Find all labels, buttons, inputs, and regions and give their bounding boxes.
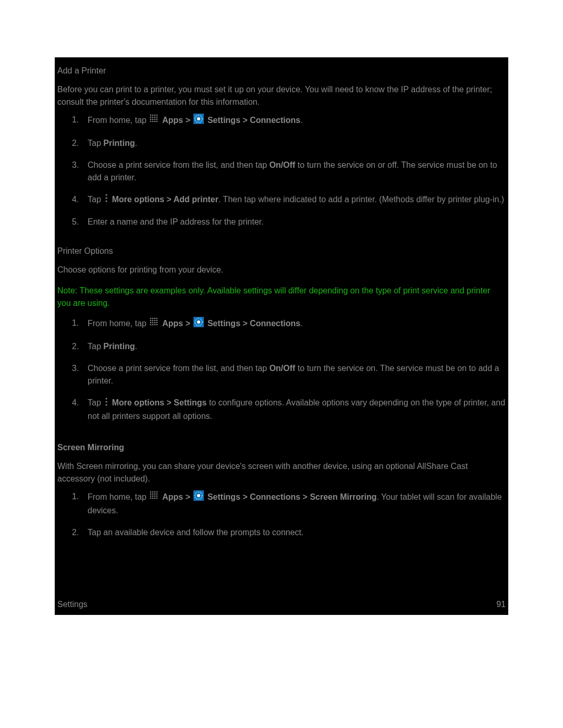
note-block: Note: These settings are examples only. … [55, 281, 508, 317]
svg-point-48 [150, 493, 152, 495]
step-item: Choose a print service from the list, an… [57, 362, 506, 397]
more-options-icon [104, 397, 108, 410]
svg-point-0 [150, 115, 152, 116]
svg-point-53 [152, 495, 154, 497]
svg-point-57 [152, 497, 154, 499]
step-text: From home, tap [88, 492, 149, 501]
onoff-label: On/Off [270, 161, 296, 169]
step-suffix: . [300, 116, 302, 125]
step-item: Tap More options > Settings to configure… [57, 397, 506, 431]
settings-gear-icon [193, 490, 204, 504]
svg-point-32 [154, 322, 156, 324]
svg-point-15 [156, 121, 158, 122]
step-text: Tap an available device and follow the p… [88, 528, 303, 537]
svg-point-58 [154, 497, 156, 499]
svg-point-45 [152, 491, 154, 492]
svg-point-56 [150, 497, 152, 499]
apps-grid-icon [150, 491, 159, 504]
note-label: Note [57, 286, 75, 295]
printing-label: Printing [103, 342, 134, 351]
svg-point-59 [156, 497, 158, 499]
section-heading-add-printer: Add a Printer [55, 57, 508, 81]
svg-point-11 [156, 119, 158, 120]
step-text: From home, tap [88, 319, 149, 328]
printing-label: Printing [103, 139, 134, 147]
svg-point-62 [197, 494, 200, 497]
svg-point-42 [106, 401, 107, 402]
svg-point-51 [156, 493, 158, 495]
step-text: Tap [88, 342, 103, 351]
svg-point-46 [154, 491, 156, 492]
settings-path: Settings > Connections [205, 319, 300, 328]
svg-point-30 [150, 322, 152, 324]
svg-point-6 [154, 117, 156, 118]
svg-point-35 [152, 324, 154, 326]
svg-point-20 [106, 198, 107, 199]
more-options-icon [104, 193, 108, 206]
svg-point-7 [156, 117, 158, 118]
svg-point-13 [152, 121, 154, 122]
settings-gear-icon [193, 114, 204, 128]
step-text: Choose a print service from the list, an… [88, 364, 270, 373]
settings-path: Settings > Connections [205, 116, 300, 125]
svg-point-34 [150, 324, 152, 326]
footer-section-name: Settings [57, 598, 88, 611]
svg-point-55 [156, 495, 158, 497]
step-text: Tap [88, 398, 103, 407]
step-text: Tap [88, 139, 103, 147]
svg-point-33 [156, 322, 158, 324]
page-number: 91 [496, 598, 506, 611]
svg-point-52 [150, 495, 152, 497]
apps-label: Apps > [160, 492, 192, 501]
svg-point-1 [152, 115, 154, 116]
steps-list-3: From home, tap Apps > Settings > Connect… [55, 490, 508, 548]
step-item: From home, tap Apps > Settings > Connect… [57, 490, 506, 526]
section-heading-screen-mirroring: Screen Mirroring [55, 432, 508, 458]
step-text: Enter a name and the IP address for the … [88, 217, 264, 226]
step-suffix: . [300, 319, 302, 328]
svg-point-12 [150, 121, 152, 122]
settings-path: Settings > Connections > Screen Mirrorin… [205, 492, 376, 501]
svg-point-49 [152, 493, 154, 495]
svg-point-47 [156, 491, 158, 492]
steps-list-1: From home, tap Apps > Settings > Connect… [55, 114, 508, 238]
svg-point-14 [154, 121, 156, 122]
section-heading-printer-options: Printer Options [55, 238, 508, 262]
svg-point-50 [154, 493, 156, 495]
svg-point-19 [106, 194, 107, 196]
intro-text: With Screen mirroring, you can share you… [55, 458, 508, 490]
step-item: Tap an available device and follow the p… [57, 526, 506, 548]
svg-point-18 [197, 117, 200, 120]
svg-point-40 [197, 320, 200, 324]
svg-point-10 [154, 119, 156, 120]
step-suffix: . [135, 342, 137, 351]
svg-point-22 [150, 318, 152, 319]
svg-point-28 [154, 320, 156, 322]
more-options-label: More options > Add printer [109, 195, 218, 204]
svg-point-44 [150, 491, 152, 492]
svg-point-24 [154, 318, 156, 319]
note-text: : These settings are examples only. Avai… [57, 286, 490, 307]
svg-point-37 [156, 324, 158, 326]
apps-label: Apps > [160, 116, 192, 125]
step-item: From home, tap Apps > Settings > Connect… [57, 114, 506, 137]
steps-list-2: From home, tap Apps > Settings > Connect… [55, 317, 508, 431]
svg-point-9 [152, 119, 154, 120]
svg-point-36 [154, 324, 156, 326]
svg-point-21 [106, 201, 107, 202]
content-area: Add a Printer Before you can print to a … [55, 57, 508, 615]
svg-point-54 [154, 495, 156, 497]
apps-grid-icon [150, 317, 159, 330]
page-footer: Settings 91 [57, 598, 506, 611]
svg-point-2 [154, 115, 156, 116]
svg-point-26 [150, 320, 152, 322]
svg-point-3 [156, 115, 158, 116]
intro-text: Before you can print to a printer, you m… [55, 81, 508, 114]
svg-point-31 [152, 322, 154, 324]
step-text: Choose a print service from the list, an… [88, 161, 270, 169]
svg-point-8 [150, 119, 152, 120]
svg-point-27 [152, 320, 154, 322]
svg-point-25 [156, 318, 158, 319]
step-text: . Then tap where indicated to add a prin… [218, 195, 504, 204]
step-item: Choose a print service from the list, an… [57, 159, 506, 193]
